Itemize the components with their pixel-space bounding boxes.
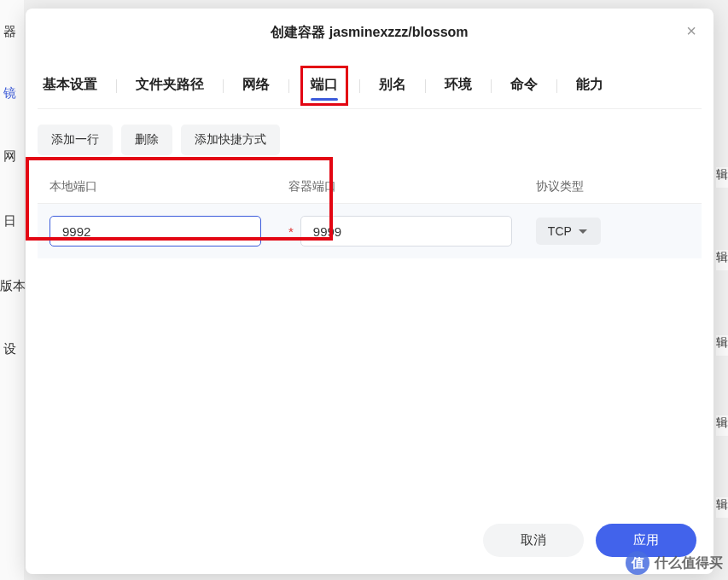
close-icon: × bbox=[686, 22, 696, 39]
tab-network[interactable]: 网络 bbox=[237, 71, 275, 101]
delete-button[interactable]: 删除 bbox=[121, 125, 172, 155]
container-port-input[interactable] bbox=[300, 216, 512, 246]
tab-divider bbox=[491, 79, 492, 93]
action-button-row: 添加一行 删除 添加快捷方式 bbox=[38, 125, 702, 155]
column-header-protocol-type: 协议类型 bbox=[524, 171, 702, 204]
add-shortcut-button[interactable]: 添加快捷方式 bbox=[181, 125, 280, 155]
protocol-select-value: TCP bbox=[548, 224, 572, 238]
port-mapping-table: 本地端口 容器端口 协议类型 * bbox=[38, 171, 702, 258]
tab-environment[interactable]: 环境 bbox=[440, 71, 477, 101]
tabs: 基本设置 文件夹路径 网络 端口 别名 环境 命令 能力 bbox=[26, 56, 713, 108]
tab-divider bbox=[288, 79, 289, 93]
tab-capability[interactable]: 能力 bbox=[571, 71, 609, 101]
column-header-local-port: 本地端口 bbox=[38, 171, 277, 204]
tab-folder-path[interactable]: 文件夹路径 bbox=[131, 71, 209, 101]
tab-divider bbox=[425, 79, 426, 93]
tab-divider bbox=[223, 79, 224, 93]
required-indicator: * bbox=[288, 224, 294, 239]
table-row[interactable]: * TCP bbox=[38, 204, 702, 259]
create-container-modal: 创建容器 jasminexzzz/blossom × 基本设置 文件夹路径 网络… bbox=[26, 9, 713, 574]
modal-title: 创建容器 jasminexzzz/blossom bbox=[271, 24, 468, 42]
cancel-button[interactable]: 取消 bbox=[483, 524, 584, 557]
modal-header: 创建容器 jasminexzzz/blossom × bbox=[26, 9, 713, 56]
watermark-text: 什么值得买 bbox=[655, 554, 723, 572]
tab-divider bbox=[116, 79, 117, 93]
tab-divider bbox=[556, 79, 557, 93]
watermark-badge: 值 bbox=[626, 551, 649, 575]
protocol-select[interactable]: TCP bbox=[536, 218, 601, 245]
tab-divider bbox=[359, 79, 360, 93]
watermark: 值 什么值得买 bbox=[626, 551, 723, 575]
modal-footer: 取消 应用 bbox=[26, 510, 713, 574]
highlight-box-tab: 端口 bbox=[300, 66, 348, 106]
modal-body: 添加一行 删除 添加快捷方式 本地端口 容器端口 协议类型 bbox=[26, 109, 713, 510]
local-port-input[interactable] bbox=[50, 216, 261, 246]
tab-basic-settings[interactable]: 基本设置 bbox=[38, 71, 102, 101]
tab-command[interactable]: 命令 bbox=[505, 71, 543, 101]
tab-alias[interactable]: 别名 bbox=[374, 71, 411, 101]
chevron-down-icon bbox=[579, 229, 587, 234]
add-row-button[interactable]: 添加一行 bbox=[38, 125, 113, 155]
column-header-container-port: 容器端口 bbox=[277, 171, 524, 204]
close-button[interactable]: × bbox=[681, 20, 702, 41]
tab-port[interactable]: 端口 bbox=[306, 71, 343, 101]
